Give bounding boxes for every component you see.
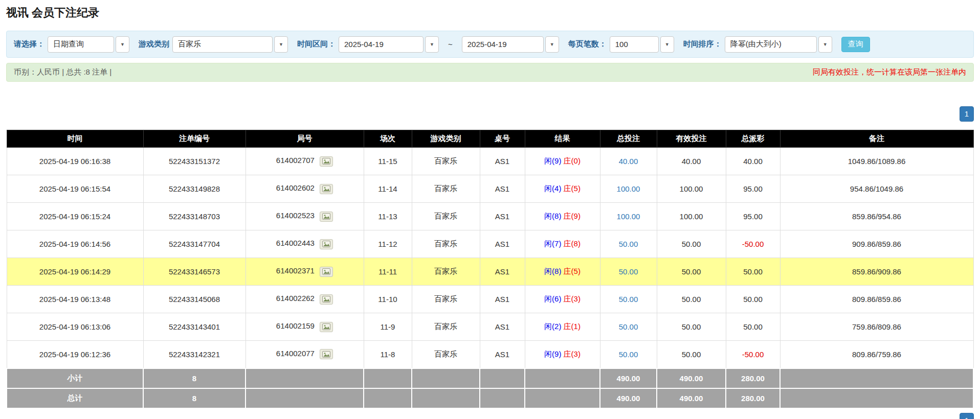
- page-1-button[interactable]: 1: [960, 413, 974, 419]
- cell-payout: -50.00: [726, 341, 780, 368]
- round-result-image-icon[interactable]: [320, 239, 333, 249]
- round-result-image-icon[interactable]: [320, 156, 333, 167]
- result-banker: 庄(0): [564, 156, 581, 165]
- cell-session: 11-10: [364, 286, 412, 313]
- summary-notice: 同局有效投注，统一计算在该局第一张注单内: [813, 67, 966, 77]
- round-number: 614002602: [276, 183, 315, 192]
- round-result-image-icon[interactable]: [320, 349, 333, 359]
- date-from-dropdown-button[interactable]: ▼: [425, 36, 439, 53]
- table-row: 2025-04-19 06:14:29 522433146573 6140023…: [7, 258, 973, 286]
- total-bet-link[interactable]: 50.00: [619, 240, 638, 248]
- chevron-down-icon: ▼: [823, 42, 828, 47]
- summary-row: 总计 8 490.00 490.00 280.00: [7, 388, 973, 408]
- summary-label: 小计: [7, 368, 143, 388]
- page-1-button[interactable]: 1: [960, 106, 974, 122]
- query-type-label: 请选择：: [14, 39, 44, 49]
- cell-game-type: 百家乐: [412, 148, 480, 175]
- cell-session: 11-14: [364, 175, 412, 203]
- round-result-image-icon[interactable]: [320, 294, 333, 305]
- total-bet-link[interactable]: 50.00: [619, 295, 638, 304]
- total-bet-link[interactable]: 100.00: [617, 212, 640, 221]
- game-type-value[interactable]: 百家乐: [172, 36, 273, 53]
- total-bet-link[interactable]: 40.00: [619, 157, 638, 166]
- cell-valid-bet: 100.00: [657, 175, 726, 203]
- page-size-dropdown-button[interactable]: ▼: [660, 36, 674, 53]
- game-type-label: 游戏类别: [139, 39, 169, 49]
- cell-session: 11-8: [364, 341, 412, 368]
- result-player: 闲(7): [544, 239, 561, 248]
- cell-payout: 95.00: [726, 203, 780, 230]
- query-type-dropdown-button[interactable]: ▼: [116, 36, 129, 53]
- column-header: 游戏类别: [412, 130, 480, 148]
- cell-game-type: 百家乐: [412, 175, 480, 203]
- cell-total-bet: 100.00: [600, 203, 657, 230]
- cell-result: 闲(8) 庄(9): [525, 203, 600, 230]
- cell-result: 闲(7) 庄(8): [525, 230, 600, 258]
- cell-note: 1049.86/1089.86: [780, 148, 973, 175]
- cell-total-bet: 100.00: [600, 175, 657, 203]
- column-header: 总派彩: [726, 130, 780, 148]
- table-footer: 小计 8 490.00 490.00 280.00 总计 8 490.00 49…: [7, 368, 973, 408]
- cell-game-type: 百家乐: [412, 203, 480, 230]
- cell-round: 614002443: [246, 230, 364, 258]
- total-bet-link[interactable]: 50.00: [619, 322, 638, 331]
- total-bet-link[interactable]: 50.00: [619, 350, 638, 359]
- filter-group-query-type: 请选择： 日期查询 ▼: [14, 36, 129, 53]
- page-size-dropdown[interactable]: 100 ▼: [610, 36, 674, 53]
- summary-total-bet: 490.00: [600, 388, 657, 408]
- sort-dropdown-button[interactable]: ▼: [818, 36, 832, 53]
- cell-bet-id: 522433151372: [143, 148, 246, 175]
- total-bet-link[interactable]: 100.00: [617, 184, 640, 193]
- chevron-down-icon: ▼: [120, 42, 125, 47]
- summary-row: 小计 8 490.00 490.00 280.00: [7, 368, 973, 388]
- cell-time: 2025-04-19 06:15:24: [7, 203, 143, 230]
- page-size-value[interactable]: 100: [610, 36, 659, 53]
- time-range-label: 时间区间：: [297, 39, 336, 49]
- date-from-dropdown[interactable]: 2025-04-19 ▼: [339, 36, 439, 53]
- summary-payout: 280.00: [726, 368, 780, 388]
- round-result-image-icon[interactable]: [320, 267, 333, 277]
- cell-session: 11-13: [364, 203, 412, 230]
- search-button[interactable]: 查询: [841, 37, 870, 52]
- round-result-image-icon[interactable]: [320, 184, 333, 194]
- game-type-dropdown-button[interactable]: ▼: [274, 36, 288, 53]
- query-type-dropdown[interactable]: 日期查询 ▼: [48, 36, 129, 53]
- date-to-dropdown[interactable]: 2025-04-19 ▼: [462, 36, 559, 53]
- cell-time: 2025-04-19 06:14:56: [7, 230, 143, 258]
- sort-dropdown[interactable]: 降幂(由大到小) ▼: [725, 36, 832, 53]
- cell-valid-bet: 100.00: [657, 203, 726, 230]
- cell-table-no: AS1: [480, 175, 525, 203]
- cell-note: 859.86/954.86: [780, 203, 973, 230]
- cell-payout: 50.00: [726, 286, 780, 313]
- game-type-dropdown[interactable]: 百家乐 ▼: [172, 36, 288, 53]
- table-row: 2025-04-19 06:15:24 522433148703 6140025…: [7, 203, 973, 230]
- table-body: 2025-04-19 06:16:38 522433151372 6140027…: [7, 148, 973, 368]
- column-header: 有效投注: [657, 130, 726, 148]
- cell-result: 闲(9) 庄(3): [525, 341, 600, 368]
- cell-table-no: AS1: [480, 230, 525, 258]
- summary-bar: 币别：人民币 | 总共 :8 注单 | 同局有效投注，统一计算在该局第一张注单内: [6, 63, 974, 82]
- cell-bet-id: 522433147704: [143, 230, 246, 258]
- total-bet-link[interactable]: 50.00: [619, 267, 638, 276]
- filter-group-game-type: 游戏类别 百家乐 ▼: [139, 36, 288, 53]
- cell-session: 11-15: [364, 148, 412, 175]
- round-result-image-icon[interactable]: [320, 322, 333, 332]
- cell-session: 11-9: [364, 313, 412, 341]
- cell-game-type: 百家乐: [412, 230, 480, 258]
- round-number: 614002523: [276, 211, 315, 220]
- range-separator: ~: [448, 40, 453, 49]
- date-to-dropdown-button[interactable]: ▼: [545, 36, 559, 53]
- cell-note: 759.86/809.86: [780, 313, 973, 341]
- table-header-row: 时间注单编号局号场次游戏类别桌号结果总投注有效投注总派彩备注: [7, 130, 973, 148]
- page-title: 视讯 会员下注纪录: [6, 5, 974, 20]
- sort-value[interactable]: 降幂(由大到小): [725, 36, 817, 53]
- cell-session: 11-11: [364, 258, 412, 286]
- date-to-value[interactable]: 2025-04-19: [462, 36, 544, 53]
- cell-time: 2025-04-19 06:14:29: [7, 258, 143, 286]
- query-type-value[interactable]: 日期查询: [48, 36, 114, 53]
- date-from-value[interactable]: 2025-04-19: [339, 36, 424, 53]
- round-result-image-icon[interactable]: [320, 212, 333, 222]
- summary-payout: 280.00: [726, 388, 780, 408]
- pagination-top: 1: [6, 106, 974, 122]
- cell-table-no: AS1: [480, 313, 525, 341]
